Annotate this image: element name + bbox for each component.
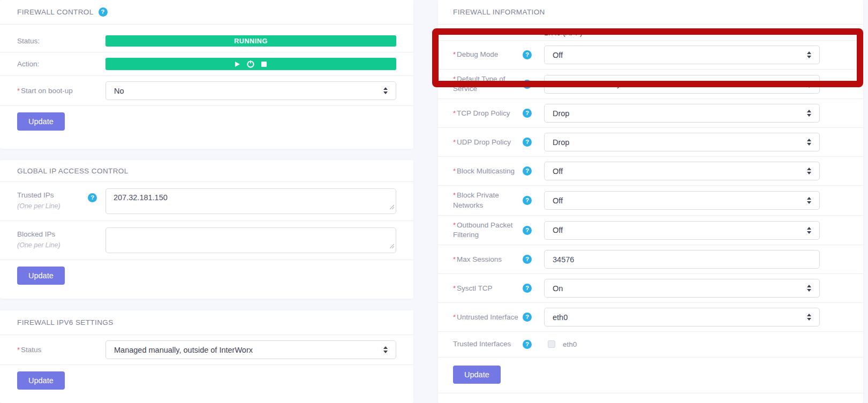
default-type-of-service-value: Maximize Reliability — [553, 80, 621, 88]
select-arrows-icon — [807, 285, 811, 292]
untrusted-interface-label: *Untrusted Interface — [453, 313, 523, 322]
restart-icon[interactable] — [247, 60, 254, 68]
global-ip-update-button[interactable]: Update — [17, 267, 65, 285]
required-asterisk: * — [453, 109, 456, 117]
help-icon[interactable]: ? — [523, 255, 532, 264]
required-asterisk: * — [453, 313, 456, 321]
untrusted-interface-select[interactable]: eth0 — [544, 308, 820, 326]
select-arrows-icon — [807, 197, 811, 204]
max-sessions-input[interactable] — [544, 250, 820, 269]
global-ip-access-header: GLOBAL IP ACCESS CONTROL — [0, 160, 413, 182]
outbound-packet-filtering-select[interactable]: Off — [544, 221, 820, 240]
help-icon[interactable]: ? — [99, 7, 108, 17]
ipv6-status-select[interactable]: Managed manually, outside of InterWorx — [105, 340, 396, 359]
select-arrows-icon — [807, 81, 811, 88]
select-arrows-icon — [807, 51, 811, 58]
help-icon[interactable]: ? — [88, 193, 97, 202]
trusted-interface-option: eth0 — [563, 340, 577, 348]
ipv6-update-button[interactable]: Update — [17, 371, 65, 390]
required-asterisk: * — [453, 138, 456, 146]
udp-drop-policy-select[interactable]: Drop — [544, 133, 820, 151]
debug-mode-value: Off — [553, 51, 563, 59]
start-on-boot-value: No — [114, 87, 124, 95]
action-row: Action: — [0, 52, 413, 76]
max-sessions-label: *Max Sessions — [453, 255, 523, 264]
tcp-drop-policy-select[interactable]: Drop — [544, 104, 820, 123]
help-icon[interactable]: ? — [523, 109, 532, 118]
play-icon[interactable] — [235, 62, 240, 67]
untrusted-interface-value: eth0 — [553, 313, 568, 322]
required-asterisk: * — [453, 255, 456, 263]
block-multicasting-select[interactable]: Off — [544, 162, 820, 180]
global-ip-access-title: GLOBAL IP ACCESS CONTROL — [17, 167, 129, 175]
help-icon[interactable]: ? — [523, 80, 532, 89]
sysctl-tcp-select[interactable]: On — [544, 279, 820, 298]
trusted-ips-label-block: Trusted IPs (One per Line) — [17, 191, 61, 210]
blocked-ips-label-block: Blocked IPs (One per Line) — [17, 230, 61, 249]
info-update-row: Update — [438, 358, 863, 393]
required-asterisk: * — [453, 191, 456, 199]
help-icon[interactable]: ? — [523, 196, 532, 205]
stop-icon[interactable] — [261, 62, 267, 67]
outbound-packet-filtering-label: *Outbound Packet Filtering — [453, 220, 523, 240]
firewall-information-header: FIREWALL INFORMATION — [438, 0, 863, 25]
required-asterisk: * — [453, 75, 456, 83]
action-bar[interactable] — [105, 58, 396, 70]
block-multicasting-value: Off — [553, 167, 563, 176]
max-sessions-row: *Max Sessions ? — [438, 245, 863, 274]
firewall-ipv6-card: FIREWALL IPV6 SETTINGS *Status Managed m… — [0, 310, 413, 403]
help-icon[interactable]: ? — [523, 138, 532, 147]
select-arrows-icon — [807, 227, 811, 234]
tcp-drop-policy-row: *TCP Drop Policy ? Drop — [438, 99, 863, 128]
firewall-ipv6-header: FIREWALL IPV6 SETTINGS — [0, 310, 413, 335]
trusted-ips-hint: (One per Line) — [17, 202, 61, 210]
select-arrows-icon — [807, 139, 811, 146]
udp-drop-policy-row: *UDP Drop Policy ? Drop — [438, 128, 863, 157]
trusted-interfaces-row: Trusted Interfaces ? eth0 — [438, 332, 863, 357]
sysctl-tcp-row: *Sysctl TCP ? On — [438, 274, 863, 303]
block-private-networks-select[interactable]: Off — [544, 191, 820, 210]
default-tos-row: *Default Type of Service ? Maximize Reli… — [438, 70, 863, 99]
blocked-ips-row: Blocked IPs (One per Line) — [0, 221, 413, 260]
ipv6-status-value: Managed manually, outside of InterWorx — [114, 346, 253, 354]
help-icon[interactable]: ? — [523, 50, 532, 59]
start-on-boot-select[interactable]: No — [105, 81, 396, 100]
help-icon[interactable]: ? — [523, 284, 532, 293]
outbound-packet-filtering-row: *Outbound Packet Filtering ? Off — [438, 216, 863, 245]
debug-mode-label: *Debug Mode — [453, 50, 523, 59]
block-private-networks-value: Off — [553, 196, 563, 205]
trusted-interface-checkbox[interactable] — [548, 340, 555, 348]
sysctl-tcp-label: *Sysctl TCP — [453, 284, 523, 293]
required-asterisk: * — [453, 284, 456, 292]
debug-mode-select[interactable]: Off — [544, 45, 820, 64]
firewall-information-update-button[interactable]: Update — [453, 366, 501, 384]
firewall-control-card: FIREWALL CONTROL ? Status: RUNNING Actio… — [0, 0, 413, 149]
status-label: Status: — [17, 37, 40, 45]
udp-drop-policy-label: *UDP Drop Policy — [453, 138, 523, 147]
ipv6-status-label: *Status — [17, 346, 41, 354]
outbound-packet-filtering-value: Off — [553, 226, 563, 234]
trusted-ips-textarea[interactable]: 207.32.181.150 — [105, 188, 396, 214]
default-type-of-service-select[interactable]: Maximize Reliability — [544, 75, 820, 94]
blocked-ips-label: Blocked IPs — [17, 230, 61, 238]
block-multicasting-label: *Block Multicasting — [453, 166, 523, 176]
firewall-control-header: FIREWALL CONTROL ? — [0, 0, 413, 25]
boot-label: *Start on boot-up — [17, 87, 73, 95]
help-icon[interactable]: ? — [523, 340, 532, 349]
help-icon[interactable]: ? — [523, 226, 532, 235]
required-asterisk: * — [17, 346, 20, 354]
status-value: RUNNING — [234, 37, 268, 45]
help-icon[interactable]: ? — [523, 313, 532, 322]
select-arrows-icon — [807, 110, 811, 117]
block-private-networks-label: *Block Private Networks — [453, 191, 523, 210]
ipv6-status-row: *Status Managed manually, outside of Int… — [0, 335, 413, 365]
select-arrows-icon — [807, 314, 811, 321]
blocked-ips-textarea[interactable] — [105, 227, 396, 253]
select-arrows-icon — [383, 346, 388, 353]
trusted-interfaces-label: Trusted Interfaces — [453, 339, 523, 349]
firewall-ipv6-title: FIREWALL IPV6 SETTINGS — [17, 318, 114, 326]
required-asterisk: * — [453, 221, 456, 229]
action-label: Action: — [17, 60, 39, 68]
help-icon[interactable]: ? — [523, 166, 532, 176]
firewall-control-update-button[interactable]: Update — [17, 112, 65, 131]
